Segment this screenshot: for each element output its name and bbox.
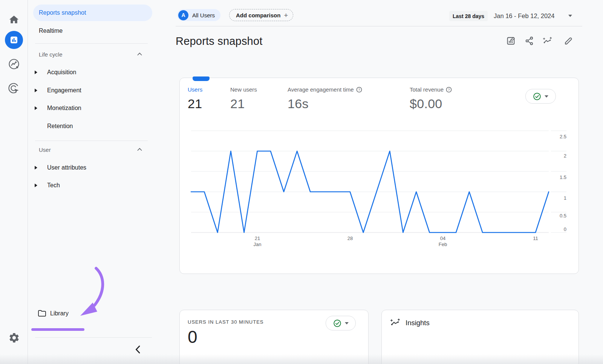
library-underline-annotation: [31, 328, 84, 331]
y-axis-tick: 1.5: [548, 174, 566, 180]
page-title: Reports snapshot: [176, 35, 263, 47]
advertising-button[interactable]: [0, 82, 28, 94]
sidebar-item-library[interactable]: Library: [50, 310, 69, 317]
expand-triangle-icon[interactable]: [35, 166, 37, 170]
explore-icon: [8, 58, 20, 70]
chevron-left-icon: [135, 345, 141, 354]
arrow-annotation: [74, 264, 110, 320]
overview-chart-card: Users 21 New users 21 Average engagement…: [179, 78, 579, 274]
audience-chip[interactable]: A All Users: [177, 9, 220, 21]
help-icon[interactable]: ?: [446, 87, 452, 93]
metric-users[interactable]: Users 21: [188, 86, 202, 111]
caret-down-icon: [545, 95, 548, 98]
share-icon: [525, 36, 534, 46]
date-preset-badge: Last 28 days: [449, 11, 488, 21]
realtime-card-title: USERS IN LAST 30 MINUTES: [188, 319, 263, 325]
explore-button[interactable]: [0, 58, 28, 70]
sidebar-item-retention[interactable]: Retention: [47, 122, 73, 130]
sidebar-item-label: Reports snapshot: [39, 9, 86, 16]
metric-avg-engagement-time[interactable]: Average engagement time ? 16s: [288, 86, 362, 111]
data-quality-button[interactable]: [525, 89, 556, 104]
plus-icon: +: [284, 12, 288, 19]
home-button[interactable]: [0, 14, 28, 26]
help-icon[interactable]: ?: [356, 87, 362, 93]
sidebar-collapse-button[interactable]: [135, 345, 141, 354]
home-icon: [8, 14, 20, 26]
sidebar-item-user-attributes[interactable]: User attributes: [47, 164, 86, 171]
customize-report-icon: [506, 36, 516, 46]
data-quality-button[interactable]: [326, 316, 356, 330]
insights-button[interactable]: [543, 36, 552, 46]
folder-icon: [38, 310, 46, 317]
sidebar-item-realtime[interactable]: Realtime: [39, 27, 63, 35]
expand-triangle-icon[interactable]: [35, 106, 37, 110]
section-life-cycle[interactable]: Life cycle: [39, 51, 63, 58]
sidebar-item-monetization[interactable]: Monetization: [47, 104, 81, 112]
add-comparison-button[interactable]: Add comparison +: [229, 9, 293, 21]
svg-text:?: ?: [448, 88, 450, 92]
x-axis-tick: 04Feb: [428, 236, 458, 248]
x-axis-tick: 21Jan: [242, 236, 272, 248]
chevron-up-icon[interactable]: [137, 148, 142, 151]
sidebar-divider: [35, 141, 148, 141]
gear-icon: [8, 332, 20, 344]
insights-card[interactable]: Insights: [381, 310, 579, 364]
svg-text:?: ?: [358, 88, 360, 92]
audience-chip-label: All Users: [192, 12, 215, 18]
users-chart: 2.5 2 1.5 1 0.5 0 21Jan 28 04Feb 11: [180, 127, 579, 251]
advertising-icon: [8, 82, 20, 94]
insights-header[interactable]: Insights: [390, 318, 430, 328]
sidebar-divider: [35, 43, 148, 44]
y-axis-tick: 0: [548, 226, 566, 232]
check-circle-icon: [333, 319, 341, 327]
share-button[interactable]: [525, 36, 534, 46]
reports-rail-button[interactable]: [5, 31, 23, 49]
audience-avatar: A: [178, 10, 188, 20]
insights-card-title: Insights: [406, 319, 430, 327]
x-axis-tick: 11: [520, 236, 551, 242]
date-range-caret-icon[interactable]: [568, 15, 572, 17]
y-axis-tick: 2.5: [548, 134, 566, 140]
check-circle-icon: [533, 92, 541, 101]
sidebar-divider: [35, 337, 152, 338]
header-divider: [176, 26, 582, 26]
settings-button[interactable]: [0, 332, 28, 344]
app-rail: [0, 0, 28, 364]
sidebar-item-acquisition[interactable]: Acquisition: [47, 69, 76, 76]
metric-total-revenue[interactable]: Total revenue ? $0.00: [410, 86, 452, 111]
customize-report-button[interactable]: [506, 36, 516, 46]
insights-sparkline-icon: [543, 36, 552, 46]
chart-tab-indicator[interactable]: [193, 76, 210, 81]
y-axis-tick: 1: [548, 195, 566, 201]
metric-new-users[interactable]: New users 21: [230, 86, 257, 111]
sidebar-item-engagement[interactable]: Engagement: [47, 87, 81, 94]
expand-triangle-icon[interactable]: [35, 70, 37, 74]
realtime-card[interactable]: USERS IN LAST 30 MINUTES 0: [179, 310, 369, 364]
insights-sparkline-icon: [390, 318, 400, 328]
edit-pencil-icon: [564, 36, 573, 46]
caret-down-icon: [345, 322, 349, 324]
sidebar-item-reports-snapshot[interactable]: Reports snapshot: [33, 5, 152, 21]
x-axis-tick: 28: [335, 236, 365, 242]
edit-button[interactable]: [564, 36, 573, 46]
date-range-picker[interactable]: Jan 16 - Feb 12, 2024: [494, 12, 554, 20]
realtime-users-value: 0: [188, 327, 197, 347]
sidebar-item-tech[interactable]: Tech: [47, 182, 60, 189]
gridlines: [191, 131, 566, 212]
section-user[interactable]: User: [39, 147, 51, 153]
expand-triangle-icon[interactable]: [35, 184, 37, 187]
y-axis-tick: 2: [548, 153, 566, 159]
y-axis-tick: 0.5: [548, 213, 566, 219]
users-chart-canvas: [180, 127, 579, 251]
chevron-up-icon[interactable]: [137, 52, 142, 56]
expand-triangle-icon[interactable]: [35, 89, 37, 92]
reports-bar-chart-icon: [10, 36, 18, 44]
